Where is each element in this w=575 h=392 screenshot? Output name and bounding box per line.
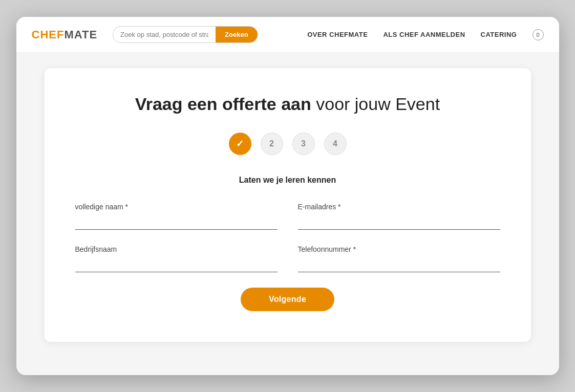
step-3[interactable]: 3 — [292, 133, 315, 155]
field-group-telefoon: Telefoonnummer * — [298, 245, 500, 272]
label-bedrijf: Bedrijfsnaam — [75, 245, 278, 253]
btn-container: Volgende — [75, 288, 500, 311]
nav-link-catering[interactable]: CATERING — [481, 31, 517, 38]
main-content: Vraag een offerte aan voor jouw Event ✓ … — [16, 53, 559, 375]
page-title: Vraag een offerte aan voor jouw Event — [75, 94, 500, 115]
step-4-label: 4 — [333, 139, 337, 148]
label-naam: volledige naam * — [75, 203, 278, 211]
form-subtitle: Laten we je leren kennen — [75, 176, 500, 185]
next-button[interactable]: Volgende — [241, 288, 334, 311]
nav-link-als-chef[interactable]: ALS CHEF AANMELDEN — [383, 31, 465, 38]
device-frame: CHEFMATE Zoeken OVER CHEFMATE ALS CHEF A… — [16, 17, 559, 375]
input-telefoon[interactable] — [298, 257, 500, 272]
form-row-2: Bedrijfsnaam Telefoonnummer * — [75, 245, 500, 272]
quote-card: Vraag een offerte aan voor jouw Event ✓ … — [45, 68, 531, 342]
logo: CHEFMATE — [32, 28, 98, 41]
input-naam[interactable] — [75, 215, 278, 230]
field-group-bedrijf: Bedrijfsnaam — [75, 245, 278, 272]
label-email: E-mailadres * — [298, 203, 500, 211]
nav-link-over-chefmate[interactable]: OVER CHEFMATE — [307, 31, 368, 38]
input-email[interactable] — [298, 215, 500, 230]
page-title-bold: Vraag een offerte aan — [135, 94, 311, 114]
label-telefoon: Telefoonnummer * — [298, 245, 500, 253]
field-group-email: E-mailadres * — [298, 203, 500, 230]
search-input[interactable] — [113, 27, 216, 42]
header: CHEFMATE Zoeken OVER CHEFMATE ALS CHEF A… — [16, 17, 559, 53]
nav-links: OVER CHEFMATE ALS CHEF AANMELDEN CATERIN… — [307, 29, 543, 40]
step-1-label: ✓ — [236, 138, 244, 149]
form-row-1: volledige naam * E-mailadres * — [75, 203, 500, 230]
search-container: Zoeken — [113, 26, 258, 43]
cart-badge[interactable]: 0 — [533, 29, 544, 40]
step-2-label: 2 — [269, 139, 274, 148]
step-3-label: 3 — [301, 139, 306, 148]
page-title-normal: voor jouw Event — [311, 94, 440, 114]
search-button[interactable]: Zoeken — [216, 27, 258, 42]
step-2[interactable]: 2 — [261, 133, 283, 155]
step-4[interactable]: 4 — [324, 133, 347, 155]
field-group-naam: volledige naam * — [75, 203, 278, 230]
input-bedrijf[interactable] — [75, 257, 278, 272]
logo-mate: MATE — [64, 28, 97, 41]
logo-chef: CHEF — [32, 28, 65, 41]
step-1[interactable]: ✓ — [229, 133, 251, 155]
step-indicator: ✓ 2 3 4 — [75, 133, 500, 155]
